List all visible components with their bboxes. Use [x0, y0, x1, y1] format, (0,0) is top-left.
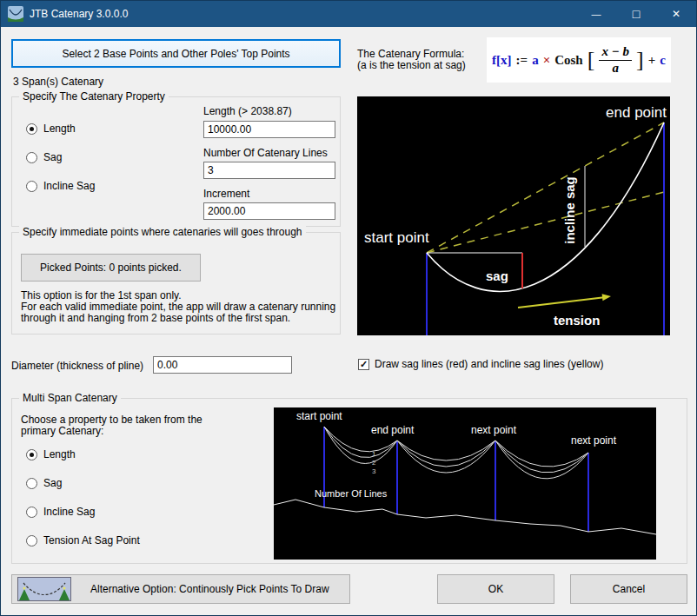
- immediate-points-note: This option is for the 1st span only. Fo…: [21, 290, 335, 324]
- group-title: Specify immediate points where catenarie…: [19, 226, 306, 238]
- diameter-label: Diameter (thickness of pline): [11, 360, 143, 372]
- radio-length[interactable]: Length: [26, 123, 76, 135]
- radio-label: Length: [43, 123, 76, 135]
- start-point-label: start point: [364, 229, 429, 246]
- line-number: 1: [372, 450, 376, 458]
- radio-icon[interactable]: [26, 478, 37, 489]
- alternative-pick-button[interactable]: Alternative Option: Continously Pick Poi…: [11, 574, 350, 604]
- length-input[interactable]: [203, 121, 335, 138]
- formula-plus: +: [648, 53, 656, 68]
- formula-lhs: f[x]: [492, 53, 512, 68]
- multi-radio-incline-sag[interactable]: Incline Sag: [26, 506, 95, 518]
- multi-span-caption-line2: primary Catenary:: [21, 425, 103, 437]
- radio-label: Length: [43, 448, 76, 460]
- check-icon: ✓: [360, 359, 368, 370]
- formula-bracket-open: [: [587, 49, 595, 71]
- radio-label: Incline Sag: [43, 180, 95, 192]
- draw-sag-lines-checkbox[interactable]: ✓ Draw sag lines (red) and incline sag l…: [358, 358, 603, 370]
- line-number: 3: [372, 467, 376, 475]
- lines-count-input[interactable]: [203, 162, 335, 179]
- radio-label: Tension At Sag Point: [43, 534, 140, 546]
- close-button[interactable]: ✕: [656, 1, 696, 27]
- immediate-points-group: Specify immediate points where catenarie…: [11, 232, 341, 334]
- radio-icon[interactable]: [26, 152, 37, 163]
- catenary-formula: f[x] := a × Cosh [ x − b a ] + c: [487, 37, 671, 83]
- catenary-diagram: end point start point sag incline sag te…: [357, 96, 670, 335]
- formula-c: c: [660, 53, 666, 68]
- radio-sag[interactable]: Sag: [26, 151, 62, 163]
- formula-caption-line1: The Catenary Formula:: [357, 48, 464, 60]
- formula-numerator: x − b: [599, 44, 632, 60]
- formula-fraction: x − b a: [599, 44, 632, 76]
- radio-icon[interactable]: [26, 181, 37, 192]
- next-point-label: next point: [571, 434, 617, 447]
- window-title: JTB Catenary 3.0.0.0: [30, 8, 128, 20]
- multi-radio-sag[interactable]: Sag: [26, 477, 62, 489]
- formula-cosh: Cosh: [554, 53, 583, 68]
- maximize-button[interactable]: □: [616, 1, 656, 27]
- formula-a: a: [532, 53, 539, 68]
- multi-span-diagram-svg: start point end point next point next po…: [274, 407, 656, 560]
- ok-button[interactable]: OK: [437, 574, 554, 604]
- sag-label: sag: [486, 268, 508, 283]
- radio-icon[interactable]: [26, 535, 37, 546]
- multi-span-group: Multi Span Catenary Choose a property to…: [11, 398, 687, 564]
- incline-sag-label: incline sag: [562, 176, 577, 244]
- end-point-label: end point: [606, 104, 667, 121]
- radio-incline-sag[interactable]: Incline Sag: [26, 180, 95, 192]
- checkbox-label: Draw sag lines (red) and incline sag lin…: [375, 358, 603, 370]
- formula-denominator: a: [612, 61, 619, 76]
- span-count-label: 3 Span(s) Catenary: [13, 76, 103, 88]
- dialog-window: JTB Catenary 3.0.0.0 — □ ✕ Select 2 Base…: [0, 0, 697, 616]
- formula-times: ×: [543, 53, 551, 68]
- number-of-lines-label: Number Of Lines: [315, 488, 388, 499]
- group-title: Multi Span Catenary: [19, 392, 121, 404]
- start-point-label: start point: [296, 410, 342, 422]
- alternative-pick-label: Alternative Option: Continously Pick Poi…: [90, 583, 329, 595]
- catenary-thumbnail-icon: [17, 577, 71, 601]
- lines-count-label: Number Of Catenary Lines: [203, 147, 328, 159]
- line-number: 2: [372, 459, 376, 467]
- client-area: Select 2 Base Points and Other Poles' To…: [1, 27, 697, 616]
- radio-icon[interactable]: [26, 449, 37, 460]
- titlebar: JTB Catenary 3.0.0.0 — □ ✕: [1, 1, 696, 27]
- catenary-diagram-svg: end point start point sag incline sag te…: [357, 96, 670, 335]
- group-title: Specify The Catenary Property: [19, 90, 169, 103]
- radio-icon[interactable]: [26, 123, 37, 135]
- increment-input[interactable]: [203, 202, 335, 220]
- next-point-label: next point: [471, 424, 517, 436]
- multi-radio-tension[interactable]: Tension At Sag Point: [26, 534, 140, 546]
- window-controls: — □ ✕: [576, 1, 696, 27]
- note-line: through it and hanging from 2 base point…: [21, 313, 335, 324]
- tension-label: tension: [554, 313, 600, 328]
- multi-span-diagram: start point end point next point next po…: [274, 407, 656, 560]
- minimize-button[interactable]: —: [576, 1, 616, 27]
- radio-icon[interactable]: [26, 507, 37, 518]
- length-field-label: Length (> 2038.87): [203, 105, 292, 117]
- radio-label: Sag: [43, 151, 62, 163]
- picked-points-button[interactable]: Picked Points: 0 points picked.: [21, 254, 201, 282]
- end-point-label: end point: [371, 424, 415, 436]
- multi-span-caption-line1: Choose a property to be taken from the: [21, 414, 202, 426]
- formula-bracket-close: ]: [636, 49, 644, 71]
- multi-radio-length[interactable]: Length: [26, 448, 76, 460]
- radio-label: Incline Sag: [43, 506, 95, 518]
- select-base-points-button[interactable]: Select 2 Base Points and Other Poles' To…: [11, 39, 341, 68]
- app-icon: [8, 6, 23, 22]
- diameter-input[interactable]: [153, 356, 292, 374]
- radio-label: Sag: [43, 477, 62, 489]
- increment-label: Increment: [203, 188, 249, 200]
- catenary-property-group: Specify The Catenary Property Length Sag…: [11, 96, 341, 227]
- cancel-button[interactable]: Cancel: [570, 574, 687, 604]
- formula-assign: :=: [516, 53, 528, 68]
- checkbox-box[interactable]: ✓: [358, 359, 369, 370]
- formula-caption-line2: (a is the tension at sag): [357, 59, 466, 71]
